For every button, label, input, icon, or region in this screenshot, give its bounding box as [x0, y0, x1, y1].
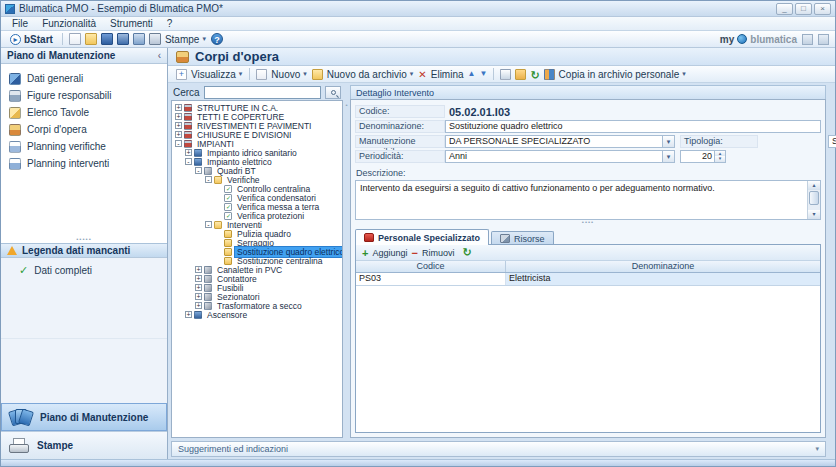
refresh-icon[interactable]: ↻ — [530, 69, 539, 80]
copia-archivio-button[interactable]: Copia in archivio personale — [559, 69, 680, 80]
move-down-icon[interactable]: ▼ — [479, 69, 487, 80]
sidebar-item-dati-generali[interactable]: Dati generali — [1, 70, 167, 87]
maximize-button[interactable]: □ — [795, 3, 812, 15]
manutenzione-select[interactable]: DA PERSONALE SPECIALIZZATO▾ — [445, 135, 675, 148]
figure-responsabili-icon — [9, 90, 21, 102]
copy-icon[interactable] — [500, 69, 511, 80]
apps-icon[interactable] — [818, 34, 829, 45]
periodicita-stepper[interactable]: 20▴▾ — [680, 150, 726, 163]
scrollbar-thumb[interactable] — [809, 191, 819, 205]
search-button[interactable] — [325, 86, 341, 99]
tipologia-select[interactable]: Sostituzione▾ — [828, 135, 836, 148]
nav-button-piano-di-manutenzione[interactable]: Piano di Manutenzione — [1, 403, 167, 431]
toolbar-separator — [493, 68, 494, 80]
expander-icon[interactable]: - — [205, 221, 212, 228]
expander-icon[interactable]: + — [185, 149, 192, 156]
expander-icon[interactable]: - — [205, 176, 212, 183]
textarea-scrollbar[interactable]: ▴ ▾ — [807, 181, 820, 219]
new-document-icon[interactable] — [69, 33, 81, 45]
spinner-down-icon[interactable]: ▾ — [714, 156, 725, 162]
planning-verifiche-icon — [9, 141, 21, 153]
refresh-icon[interactable]: ↻ — [462, 246, 471, 259]
menu-funzionalita[interactable]: Funzionalità — [35, 18, 103, 29]
nuovo-button[interactable]: Nuovo — [271, 69, 300, 80]
panel-splitter[interactable]: • — [343, 85, 350, 441]
denominazione-input[interactable]: Sostituzione quadro elettrico — [445, 120, 821, 133]
expander-icon[interactable]: + — [195, 293, 202, 300]
search-input[interactable] — [204, 86, 321, 99]
chevron-down-icon[interactable]: ▾ — [662, 136, 674, 147]
open-file-icon[interactable] — [85, 33, 97, 45]
nuovo-dropdown-icon[interactable]: ▾ — [303, 70, 307, 78]
menu-file[interactable]: File — [5, 18, 35, 29]
stampe-button[interactable]: Stampe — [165, 34, 199, 45]
chevron-down-icon[interactable]: ▾ — [662, 151, 674, 162]
periodicita-select[interactable]: Anni▾ — [445, 150, 675, 163]
descrizione-textarea[interactable]: Intervento da eseguirsi a seguito di cat… — [355, 180, 821, 220]
expander-icon[interactable]: + — [175, 113, 182, 120]
expander-icon[interactable]: - — [185, 158, 192, 165]
sidebar-item-planning-verifiche[interactable]: Planning verifiche — [1, 138, 167, 155]
table-row[interactable]: PS03 Elettricista — [356, 273, 820, 285]
nav-button-stampe[interactable]: Stampe — [1, 431, 167, 459]
scroll-up-icon[interactable]: ▴ — [808, 181, 820, 190]
aggiungi-button[interactable]: Aggiungi — [372, 248, 407, 258]
visualizza-button[interactable]: Visualizza — [191, 69, 236, 80]
dati-generali-icon — [9, 73, 21, 85]
sidebar-item-planning-interventi[interactable]: Planning interventi — [1, 155, 167, 172]
tab-personale-specializzato[interactable]: Personale Specializzato — [355, 229, 489, 245]
save-all-icon[interactable] — [133, 33, 145, 45]
move-up-icon[interactable]: ▲ — [468, 69, 476, 80]
expander-icon[interactable]: + — [195, 284, 202, 291]
export-icon[interactable] — [149, 33, 161, 45]
save-icon[interactable] — [101, 33, 113, 45]
menu-help[interactable]: ? — [160, 18, 180, 29]
expander-icon[interactable]: + — [185, 311, 192, 318]
nuovo-da-archivio-button[interactable]: Nuovo da archivio — [327, 69, 407, 80]
bstart-button[interactable]: ▸ bStart — [5, 34, 58, 45]
save-as-icon[interactable] — [117, 33, 129, 45]
close-button[interactable]: × — [814, 3, 831, 15]
folder-icon — [214, 176, 222, 184]
rimuovi-button[interactable]: Rimuovi — [422, 248, 455, 258]
cell-codice: PS03 — [356, 273, 506, 285]
tree-item[interactable]: +Contattore — [172, 274, 342, 283]
column-codice[interactable]: Codice — [356, 261, 506, 272]
verifica-icon — [224, 194, 232, 202]
tree-item[interactable]: +Trasformatore a secco — [172, 301, 342, 310]
expander-icon[interactable]: + — [175, 104, 182, 111]
archive-folder-icon[interactable] — [515, 69, 526, 80]
tree-item[interactable]: +Ascensore — [172, 310, 342, 319]
visualizza-dropdown-icon[interactable]: ▾ — [239, 70, 243, 78]
expander-icon[interactable]: + — [175, 131, 182, 138]
sidebar-item-elenco-tavole[interactable]: Elenco Tavole — [1, 104, 167, 121]
minimize-button[interactable]: _ — [776, 3, 793, 15]
suggestion-bar[interactable]: Suggerimenti ed indicazioni ▾ — [171, 441, 826, 457]
collapse-sidebar-icon[interactable]: ‹ — [158, 50, 161, 61]
tab-label: Personale Specializzato — [378, 233, 480, 243]
personale-table: Codice Denominazione PS03 Elettricista — [356, 261, 820, 286]
expander-icon[interactable]: - — [175, 140, 182, 147]
expander-icon[interactable]: + — [195, 275, 202, 282]
expander-icon[interactable]: + — [175, 122, 182, 129]
menu-strumenti[interactable]: Strumenti — [103, 18, 160, 29]
sidebar-item-corpi-dopera[interactable]: Corpi d'opera — [1, 121, 167, 138]
corpi-dopera-icon — [176, 51, 189, 63]
scroll-down-icon[interactable]: ▾ — [808, 210, 820, 219]
sidebar-item-figure-responsabili[interactable]: Figure responsabili — [1, 87, 167, 104]
chevron-down-icon[interactable]: ▾ — [815, 445, 819, 453]
expander-icon[interactable]: + — [195, 266, 202, 273]
tab-risorse[interactable]: Risorse — [491, 231, 554, 245]
nuovo-da-archivio-dropdown-icon[interactable]: ▾ — [410, 70, 414, 78]
help-icon[interactable]: ? — [211, 33, 223, 45]
account-icon[interactable] — [802, 34, 813, 45]
detail-splitter[interactable]: •••• — [355, 220, 821, 226]
sidebar-item-label: Corpi d'opera — [27, 124, 87, 135]
expander-icon[interactable]: - — [195, 167, 202, 174]
expander-icon[interactable]: + — [195, 302, 202, 309]
stampe-dropdown-icon[interactable]: ▾ — [202, 35, 206, 43]
elimina-button[interactable]: Elimina — [431, 69, 464, 80]
copia-archivio-dropdown-icon[interactable]: ▾ — [682, 70, 686, 78]
column-denominazione[interactable]: Denominazione — [506, 261, 820, 272]
tree-panel: Cerca +STRUTTURE IN C.A. +TETTI E COPERT… — [171, 85, 343, 441]
